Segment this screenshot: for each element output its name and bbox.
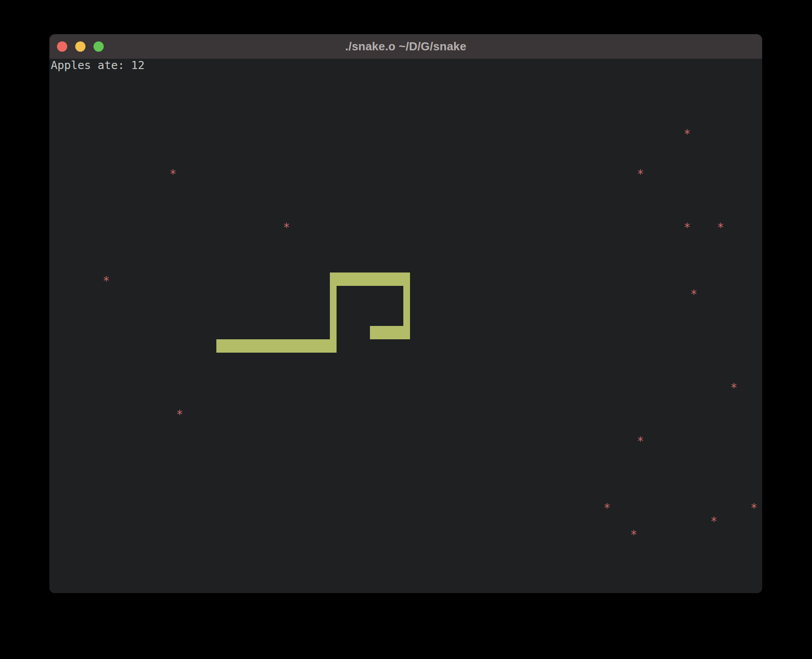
score-status: Apples ate: 12: [49, 59, 145, 72]
apple: *: [630, 528, 637, 541]
apple: *: [637, 167, 644, 181]
zoom-button[interactable]: [93, 41, 104, 52]
snake-top-segment: [330, 273, 410, 286]
apple: *: [717, 221, 724, 234]
apple: *: [604, 501, 610, 515]
game-screen[interactable]: Apples ate: 12 ***************: [49, 59, 762, 593]
apple: *: [176, 408, 183, 421]
apple: *: [731, 381, 737, 395]
apple: *: [170, 167, 176, 181]
window-title: ./snake.o ~/D/G/snake: [345, 40, 466, 53]
apple: *: [684, 127, 690, 141]
apple: *: [751, 501, 757, 515]
apple: *: [690, 288, 697, 301]
close-button[interactable]: [57, 41, 67, 52]
snake-head-segment: [370, 326, 410, 339]
titlebar[interactable]: ./snake.o ~/D/G/snake: [49, 34, 762, 59]
desktop: ./snake.o ~/D/G/snake Apples ate: 12 ***…: [0, 0, 812, 659]
snake-tail-segment: [216, 339, 337, 353]
apple: *: [710, 515, 717, 528]
traffic-lights: [57, 34, 104, 59]
terminal-window: ./snake.o ~/D/G/snake Apples ate: 12 ***…: [49, 34, 762, 593]
minimize-button[interactable]: [75, 41, 85, 52]
apple: *: [283, 221, 290, 234]
apple: *: [637, 435, 644, 448]
apple: *: [684, 221, 690, 234]
apple: *: [103, 274, 110, 288]
